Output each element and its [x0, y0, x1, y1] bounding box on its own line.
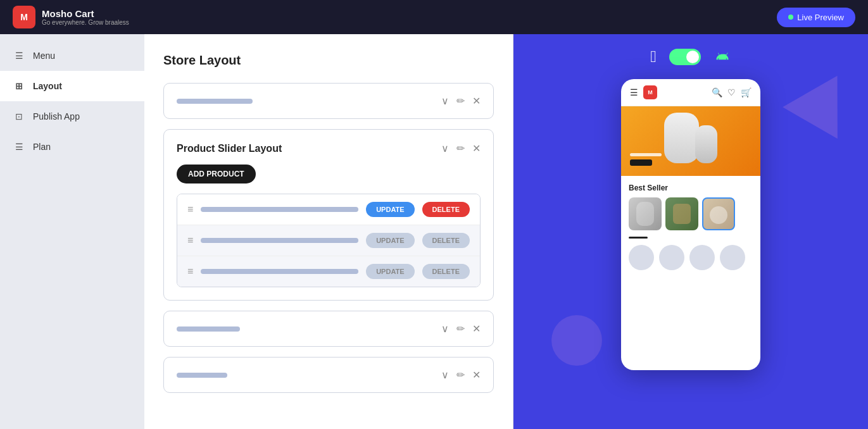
close-icon[interactable]: ✕ [472, 95, 481, 107]
close-icon-4[interactable]: ✕ [472, 369, 481, 381]
sidebar-item-menu[interactable]: ☰ Menu [0, 40, 144, 71]
hero-text-bar-2 [630, 159, 652, 166]
slider-indicator [629, 237, 648, 239]
card-1-bar [177, 99, 253, 104]
layout-card-1: ∨ ✏ ✕ [163, 83, 494, 119]
product-thumb-1[interactable] [629, 197, 662, 230]
apple-icon[interactable]:  [650, 47, 657, 66]
hero-text-bar-1 [630, 153, 662, 156]
plan-icon: ☰ [13, 140, 25, 153]
add-product-button[interactable]: ADD PRODUCT [177, 165, 256, 183]
card-1-actions: ∨ ✏ ✕ [441, 95, 481, 107]
circle-placeholder [720, 245, 745, 270]
drag-icon[interactable]: ≡ [187, 235, 193, 246]
phone-header-left: ☰ M [630, 85, 657, 99]
layout-icon: ⊞ [13, 80, 25, 92]
update-button[interactable]: UPDATE [366, 202, 414, 217]
phone-header: ☰ M 🔍 ♡ 🛒 [621, 79, 760, 106]
preview-area:  ☰ M 🔍 ♡ 🛒 [513, 34, 868, 429]
search-icon[interactable]: 🔍 [712, 87, 722, 97]
drag-icon[interactable]: ≡ [187, 204, 193, 215]
chevron-down-icon-2[interactable]: ∨ [441, 142, 449, 154]
logo-icon: M [13, 6, 35, 28]
card-3-bar [177, 326, 240, 332]
android-icon[interactable] [714, 48, 731, 66]
sidebar-label-publish: Publish App [33, 111, 80, 121]
phone-content: Best Seller [621, 176, 760, 278]
sidebar-label-plan: Plan [33, 142, 51, 152]
logo-sub: Go everywhere. Grow braaless [42, 19, 129, 26]
platform-toggle[interactable] [669, 49, 701, 65]
sidebar-label-layout: Layout [33, 81, 62, 91]
card-4-collapsed: ∨ ✏ ✕ [164, 358, 493, 392]
page-title: Store Layout [163, 53, 494, 68]
card-1-collapsed: ∨ ✏ ✕ [164, 84, 493, 118]
circle-placeholder [629, 245, 654, 270]
product-bar [201, 269, 358, 274]
sidebar-item-publish[interactable]: ⊡ Publish App [0, 101, 144, 132]
edit-icon-4[interactable]: ✏ [456, 369, 465, 381]
phone-hero-image [621, 106, 760, 176]
logo-area: M Mosho Cart Go everywhere. Grow braales… [13, 6, 129, 28]
delete-button[interactable]: DELETE [422, 264, 470, 279]
product-thumb-3[interactable] [702, 197, 735, 230]
phone-logo: M [643, 85, 657, 99]
product-list: ≡ UPDATE DELETE ≡ UPDATE DELETE ≡ [177, 194, 481, 287]
update-button[interactable]: UPDATE [366, 264, 414, 279]
expanded-header: Product Slider Layout ∨ ✏ ✕ [177, 142, 481, 154]
drag-icon[interactable]: ≡ [187, 266, 193, 277]
edit-icon-2[interactable]: ✏ [456, 142, 465, 154]
circle-placeholder [659, 245, 684, 270]
layout-card-2: Product Slider Layout ∨ ✏ ✕ ADD PRODUCT … [163, 129, 494, 301]
live-preview-button[interactable]: Live Preview [777, 8, 855, 27]
delete-button[interactable]: DELETE [422, 202, 470, 217]
deco-circle [551, 315, 602, 366]
expanded-title: Product Slider Layout [177, 143, 282, 154]
product-bar [201, 207, 358, 212]
sidebar-item-plan[interactable]: ☰ Plan [0, 132, 144, 162]
edit-icon[interactable]: ✏ [456, 95, 465, 107]
table-row: ≡ UPDATE DELETE [177, 194, 480, 225]
app-header: M Mosho Cart Go everywhere. Grow braales… [0, 0, 868, 34]
product-bar [201, 238, 358, 243]
deco-triangle [783, 60, 865, 139]
card-4-bar [177, 373, 227, 378]
cart-icon[interactable]: 🛒 [741, 87, 752, 97]
circle-placeholder [689, 245, 715, 270]
phone-hamburger-icon[interactable]: ☰ [630, 87, 638, 97]
close-icon-3[interactable]: ✕ [472, 323, 481, 335]
main-area: ☰ Menu ⊞ Layout ⊡ Publish App ☰ Plan Sto… [0, 34, 868, 429]
chevron-down-icon-3[interactable]: ∨ [441, 323, 449, 335]
publish-icon: ⊡ [13, 110, 25, 123]
content-area: Store Layout ∨ ✏ ✕ Product Slider Layout… [144, 34, 513, 429]
toggle-knob [686, 51, 699, 63]
product-thumbnails [629, 197, 753, 230]
sidebar-label-menu: Menu [33, 51, 55, 61]
live-dot [788, 15, 793, 20]
hero-product-1 [664, 113, 699, 163]
logo-main: Mosho Cart [42, 8, 129, 19]
hero-product-2 [695, 125, 717, 163]
sidebar-item-layout[interactable]: ⊞ Layout [0, 71, 144, 101]
chevron-down-icon[interactable]: ∨ [441, 95, 449, 107]
card-2-expanded: Product Slider Layout ∨ ✏ ✕ ADD PRODUCT … [164, 130, 493, 300]
close-icon-2[interactable]: ✕ [472, 142, 481, 154]
product-thumb-2[interactable] [665, 197, 698, 230]
card-4-actions: ∨ ✏ ✕ [441, 369, 481, 381]
hamburger-icon: ☰ [13, 49, 25, 62]
layout-card-4: ∨ ✏ ✕ [163, 357, 494, 393]
logo-text: Mosho Cart Go everywhere. Grow braaless [42, 8, 129, 26]
hero-overlay [630, 153, 662, 166]
platform-row:  [650, 47, 731, 66]
phone-header-right: 🔍 ♡ 🛒 [712, 87, 752, 97]
chevron-down-icon-4[interactable]: ∨ [441, 369, 449, 381]
layout-card-3: ∨ ✏ ✕ [163, 311, 494, 347]
card-2-actions: ∨ ✏ ✕ [441, 142, 481, 154]
live-preview-label: Live Preview [797, 13, 844, 22]
update-button[interactable]: UPDATE [366, 233, 414, 248]
edit-icon-3[interactable]: ✏ [456, 323, 465, 335]
delete-button[interactable]: DELETE [422, 233, 470, 248]
card-3-actions: ∨ ✏ ✕ [441, 323, 481, 335]
heart-icon[interactable]: ♡ [727, 87, 736, 97]
phone-mockup: ☰ M 🔍 ♡ 🛒 [621, 79, 760, 370]
